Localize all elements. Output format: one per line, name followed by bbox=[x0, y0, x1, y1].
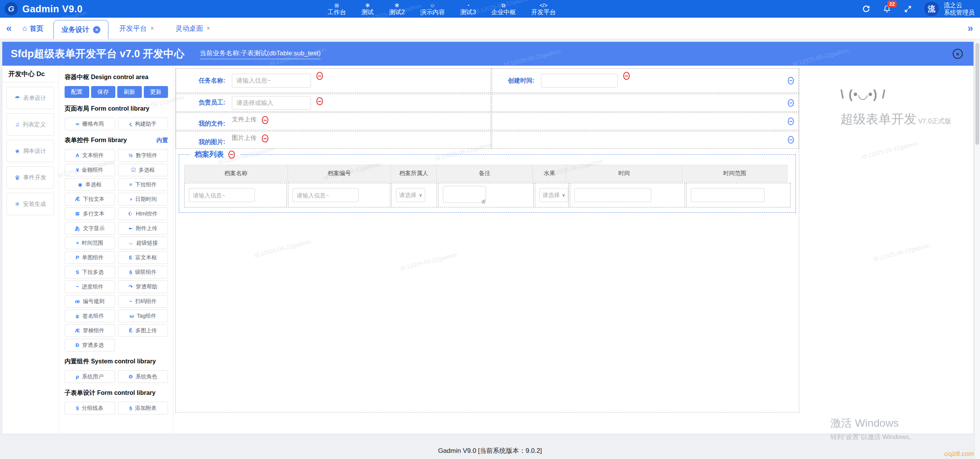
cell-time-range[interactable] bbox=[686, 183, 790, 207]
component-rich-text[interactable]: E富文本框 bbox=[118, 251, 168, 264]
empty-cell[interactable] bbox=[492, 113, 799, 130]
component-dropdown[interactable]: ≡下拉组件 bbox=[118, 178, 168, 191]
resize-handle[interactable] bbox=[482, 200, 485, 204]
scrollbar-thumb[interactable] bbox=[975, 43, 979, 145]
image-upload-link[interactable]: 图片上传 bbox=[232, 134, 256, 142]
component-money[interactable]: ¥金额组件 bbox=[65, 164, 115, 176]
field-employee[interactable]: 负责员工: bbox=[176, 94, 491, 112]
cell-fruit[interactable]: 请选择 ∨ bbox=[535, 183, 569, 207]
cell-archive-owner[interactable]: 请选择 ∨ bbox=[391, 183, 437, 207]
cell-remark[interactable] bbox=[438, 183, 534, 207]
component-text[interactable]: A文本组件 bbox=[65, 149, 115, 162]
user-avatar[interactable]: 流 bbox=[924, 1, 939, 17]
component-signature[interactable]: ⋧签名组件 bbox=[65, 310, 115, 322]
tab-business-design[interactable]: 业务设计 × bbox=[53, 20, 108, 39]
sidebar-item-event-dev[interactable]: ♛ 事件开发 bbox=[7, 166, 54, 189]
sidebar-item-form-design[interactable]: ☂ 表单设计 bbox=[7, 87, 54, 109]
refresh-icon[interactable] bbox=[862, 4, 871, 13]
time-input[interactable] bbox=[574, 188, 651, 202]
collapse-row-icon[interactable] bbox=[788, 118, 794, 125]
cell-archive-name[interactable] bbox=[184, 183, 287, 207]
sidebar-item-install-generate[interactable]: ✳ 安装生成 bbox=[7, 193, 54, 215]
component-group-line[interactable]: §分组线条 bbox=[65, 402, 115, 414]
vertical-scrollbar[interactable] bbox=[974, 39, 980, 459]
tab-close-icon[interactable]: × bbox=[150, 25, 154, 32]
remark-textarea[interactable] bbox=[443, 186, 486, 203]
field-my-file[interactable]: 我的文件: 文件上传 bbox=[176, 113, 491, 130]
sidebar-item-list-define[interactable]: ♫ 列表定义 bbox=[7, 113, 54, 136]
fruit-select[interactable]: 请选择 ∨ bbox=[539, 188, 568, 202]
component-system-user[interactable]: ρ系统用户 bbox=[65, 370, 115, 383]
component-number-rule[interactable]: œ编号规则 bbox=[65, 295, 115, 308]
remove-field-icon[interactable] bbox=[623, 72, 630, 80]
archive-number-input[interactable] bbox=[293, 188, 359, 202]
fullscreen-icon[interactable] bbox=[903, 4, 912, 13]
cell-archive-number[interactable] bbox=[288, 183, 391, 207]
archive-list-section[interactable]: 档案列表 档案名称 档案编号 档案所属人 备注 水果 时间 时间范围 bbox=[179, 154, 796, 213]
component-attachment-upload[interactable]: ➼附件上传 bbox=[118, 222, 168, 235]
component-multiline-text[interactable]: 〓多行文本 bbox=[65, 207, 115, 220]
component-build-assistant[interactable]: ς 构建助手 bbox=[118, 118, 168, 130]
field-create-time[interactable]: 创建时间: bbox=[492, 68, 799, 93]
component-transfer[interactable]: Æ穿梭组件 bbox=[65, 324, 115, 337]
empty-cell[interactable] bbox=[492, 94, 799, 112]
component-radio[interactable]: ◉单选框 bbox=[65, 178, 115, 191]
collapse-row-icon[interactable] bbox=[788, 77, 794, 85]
nav-item-enterprise-hub[interactable]: ⧉ 企业中枢 bbox=[491, 0, 516, 18]
field-task-name[interactable]: 任务名称: bbox=[176, 68, 491, 93]
component-html[interactable]: ☪Html控件 bbox=[118, 207, 168, 220]
tab-home[interactable]: ⌂ 首页 bbox=[22, 24, 43, 33]
component-checkbox[interactable]: ☑多选框 bbox=[118, 164, 168, 176]
component-number[interactable]: ½数字组件 bbox=[118, 149, 168, 162]
footer-site-link[interactable]: cojz8.com bbox=[944, 450, 974, 458]
remove-field-icon[interactable] bbox=[262, 116, 268, 124]
component-tag[interactable]: ωTag组件 bbox=[118, 310, 168, 322]
remove-field-icon[interactable] bbox=[316, 97, 323, 105]
component-progress[interactable]: ~进度组件 bbox=[65, 280, 115, 293]
collapse-left-icon[interactable]: « bbox=[6, 22, 12, 34]
create-time-input[interactable] bbox=[541, 74, 618, 88]
collapse-right-icon[interactable]: » bbox=[968, 22, 973, 34]
save-button[interactable]: 保存 bbox=[91, 86, 116, 98]
archive-name-input[interactable] bbox=[189, 188, 255, 202]
archive-owner-select[interactable]: 请选择 ∨ bbox=[396, 188, 425, 202]
user-info[interactable]: 流之云 系统管理员 bbox=[944, 2, 975, 16]
remove-field-icon[interactable] bbox=[316, 72, 323, 80]
update-button[interactable]: 更新 bbox=[144, 86, 168, 98]
component-dropdown-text[interactable]: Ǣ下拉文本 bbox=[65, 193, 115, 205]
component-drill-multi-select[interactable]: Ð穿透多选 bbox=[65, 339, 115, 351]
field-my-image[interactable]: 我的图片: 图片上传 bbox=[176, 131, 491, 149]
nav-item-dev-platform[interactable]: </> 开发平台 bbox=[531, 0, 556, 18]
employee-input[interactable] bbox=[232, 96, 311, 110]
component-hyperlink[interactable]: ↔超级链接 bbox=[118, 237, 168, 249]
time-range-input[interactable] bbox=[691, 188, 765, 202]
component-cascade[interactable]: §级联组件 bbox=[118, 266, 168, 278]
sidebar-item-script-design[interactable]: ★ 脚本设计 bbox=[7, 140, 54, 162]
component-scan-code[interactable]: ~扫码组件 bbox=[118, 295, 168, 308]
component-single-image[interactable]: P单图组件 bbox=[65, 251, 115, 264]
file-upload-link[interactable]: 文件上传 bbox=[232, 116, 256, 124]
nav-item-test[interactable]: ✻ 测试 bbox=[361, 0, 374, 18]
component-add-subtable[interactable]: §添加附表 bbox=[118, 402, 168, 414]
collapse-row-icon[interactable] bbox=[788, 99, 794, 107]
collapse-row-icon[interactable] bbox=[788, 136, 794, 144]
component-multi-image-upload[interactable]: Ê多图上传 bbox=[118, 324, 168, 337]
cell-time[interactable] bbox=[570, 183, 685, 207]
nav-item-test2[interactable]: ✻ 测试2 bbox=[389, 0, 405, 18]
tab-dev-platform[interactable]: 开发平台 × bbox=[119, 24, 154, 33]
empty-cell[interactable] bbox=[492, 131, 799, 149]
nav-item-workbench[interactable]: ⊞ 工作台 bbox=[328, 0, 346, 18]
notification-bell-icon[interactable]: 22 bbox=[882, 4, 892, 13]
config-button[interactable]: 配置 bbox=[65, 86, 89, 98]
nav-item-test3[interactable]: ◔ 测试3 bbox=[460, 0, 476, 18]
refresh-button[interactable]: 刷新 bbox=[117, 86, 142, 98]
component-grid-layout[interactable]: ∞ 栅格布局 bbox=[65, 118, 115, 130]
remove-field-icon[interactable] bbox=[262, 134, 268, 143]
component-text-display[interactable]: あ文字显示 bbox=[65, 222, 115, 235]
component-drill-help[interactable]: ↷穿透帮助 bbox=[118, 280, 168, 293]
component-multi-select-dropdown[interactable]: S下拉多选 bbox=[65, 266, 115, 278]
remove-subform-icon[interactable] bbox=[228, 151, 235, 159]
builtin-link[interactable]: 内置 bbox=[156, 137, 168, 144]
component-time-range[interactable]: ≈时间范围 bbox=[65, 237, 115, 249]
task-name-input[interactable] bbox=[232, 74, 311, 88]
